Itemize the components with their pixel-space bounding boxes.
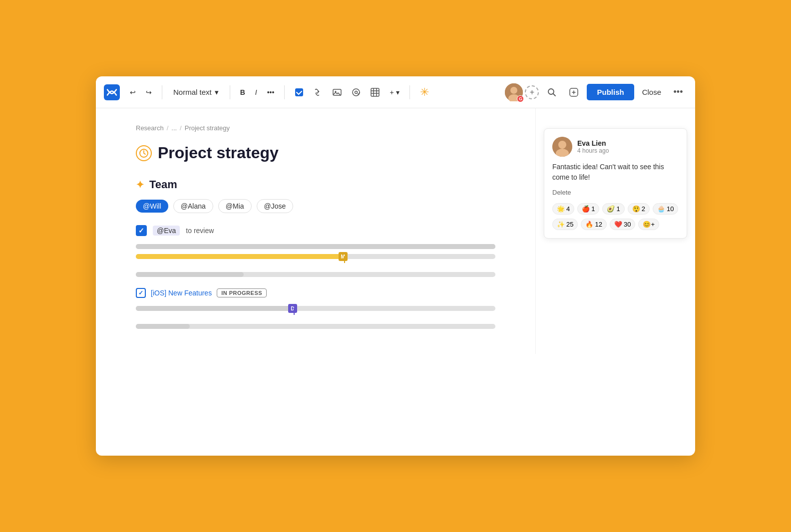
reaction-avocado-emoji: 🥑 [607,205,615,213]
breadcrumb-ellipsis[interactable]: ... [171,124,177,132]
reaction-fire-emoji: 🔥 [585,221,593,228]
progress-fill-5 [136,324,190,329]
reaction-apple-count: 1 [591,205,595,213]
progress-bar-5 [136,324,495,330]
editor[interactable]: Research / ... / Project strategy Projec… [96,108,535,354]
ai-button[interactable]: ✳ [416,83,433,102]
delete-comment-button[interactable]: Delete [552,189,679,196]
reaction-heart[interactable]: ❤️ 30 [610,219,635,230]
reaction-fire[interactable]: 🔥 12 [581,219,606,230]
bold-button[interactable]: B [236,85,249,99]
in-progress-badge: IN PROGRESS [217,288,267,297]
reaction-heart-count: 30 [624,221,631,228]
reaction-wow-count: 2 [642,205,645,213]
mention-button[interactable] [348,85,365,100]
progress-bar-2: M [136,254,495,268]
search-button[interactable] [543,83,561,101]
progress-fill-1 [136,244,495,249]
edit-mode-button[interactable] [565,83,583,101]
reaction-star[interactable]: 🌟 4 [552,203,574,215]
reaction-add[interactable]: 😊+ [638,219,659,230]
close-button[interactable]: Close [638,85,665,99]
ios-checkbox[interactable] [136,288,146,298]
content-area: Research / ... / Project strategy Projec… [96,108,695,354]
page-title: Project strategy [158,144,279,162]
progress-fill-d: D [136,306,294,311]
collaborators-group: G + [505,83,539,101]
italic-button[interactable]: I [251,85,261,99]
avatar: G [505,83,523,101]
cursor-m-line [344,256,345,263]
divider-1 [162,85,162,99]
text-style-dropdown[interactable]: Normal text ▾ [168,85,224,100]
svg-point-14 [548,89,554,94]
team-label: Team [149,178,177,191]
reaction-cupcake-emoji: 🧁 [657,205,665,213]
add-collaborator-button[interactable]: + [525,85,539,99]
progress-track-3 [136,272,495,277]
reaction-wow[interactable]: 😲 2 [628,203,650,215]
reaction-sparkle[interactable]: ✨ 25 [552,219,578,230]
svg-point-5 [355,91,358,93]
link-button[interactable] [310,85,327,100]
breadcrumb-current: Project strategy [185,124,230,132]
reaction-cupcake[interactable]: 🧁 10 [653,203,678,215]
breadcrumb-research[interactable]: Research [136,124,164,132]
comment-card: Eva Lien 4 hours ago Fantastic idea! Can… [544,128,687,239]
page-title-row: Project strategy [136,144,495,162]
publish-button[interactable]: Publish [587,84,634,100]
reaction-avocado[interactable]: 🥑 1 [602,203,624,215]
checkbox-button[interactable] [291,85,308,100]
task-checkbox[interactable] [136,225,147,236]
mention-alana[interactable]: @Alana [173,199,213,213]
mention-jose[interactable]: @Jose [257,199,294,213]
reaction-sparkle-count: 25 [566,221,573,228]
commenter-avatar [552,137,572,157]
cursor-m: M [339,252,348,261]
chevron-icon: ▾ [396,88,399,96]
more-options-button[interactable]: ••• [669,83,687,101]
commenter-name: Eva Lien [577,139,609,147]
reaction-star-count: 4 [566,205,570,213]
progress-track-2: M [136,254,495,259]
more-formatting-button[interactable]: ••• [263,85,279,99]
reaction-fire-count: 12 [595,221,602,228]
mention-eva[interactable]: @Eva [153,226,180,236]
divider-3 [284,85,285,99]
svg-point-4 [353,89,360,96]
progress-bar-d: D [136,306,495,320]
text-style-label: Normal text [173,88,212,96]
svg-point-18 [558,141,566,149]
svg-rect-0 [104,84,120,100]
reaction-heart-emoji: ❤️ [614,221,622,228]
breadcrumb-sep-1: / [167,124,169,132]
ai-sparkle-icon: ✳ [420,86,429,99]
progress-bar-1 [136,244,495,250]
image-button[interactable] [329,85,346,100]
mentions-row: @Will @Alana @Mia @Jose [136,199,495,213]
undo-button[interactable]: ↩ [126,85,140,99]
reaction-apple[interactable]: 🍎 1 [577,203,599,215]
reaction-avocado-count: 1 [616,205,620,213]
comment-panel: Eva Lien 4 hours ago Fantastic idea! Can… [535,108,695,354]
commenter-info: Eva Lien 4 hours ago [577,139,609,154]
svg-rect-6 [371,88,379,96]
mention-mia[interactable]: @Mia [218,199,252,213]
progress-track-5 [136,324,495,329]
redo-button[interactable]: ↪ [142,85,156,99]
task-row: @Eva to review [136,225,495,236]
progress-bar-3 [136,272,495,278]
breadcrumb-sep-2: / [180,124,182,132]
table-button[interactable] [367,85,384,100]
add-reaction-icon: 😊+ [643,221,655,228]
ios-features-link[interactable]: [iOS] New Features [151,289,212,297]
app-window: ↩ ↪ Normal text ▾ B I ••• + ▾ [96,76,695,456]
comment-time: 4 hours ago [577,147,609,154]
insert-dropdown-button[interactable]: + ▾ [386,85,403,99]
mention-will[interactable]: @Will [136,200,168,213]
reaction-star-emoji: 🌟 [557,205,565,213]
chevron-down-icon: ▾ [215,88,219,97]
title-icon [136,145,152,161]
task-label: to review [186,227,214,235]
divider-2 [230,85,230,99]
